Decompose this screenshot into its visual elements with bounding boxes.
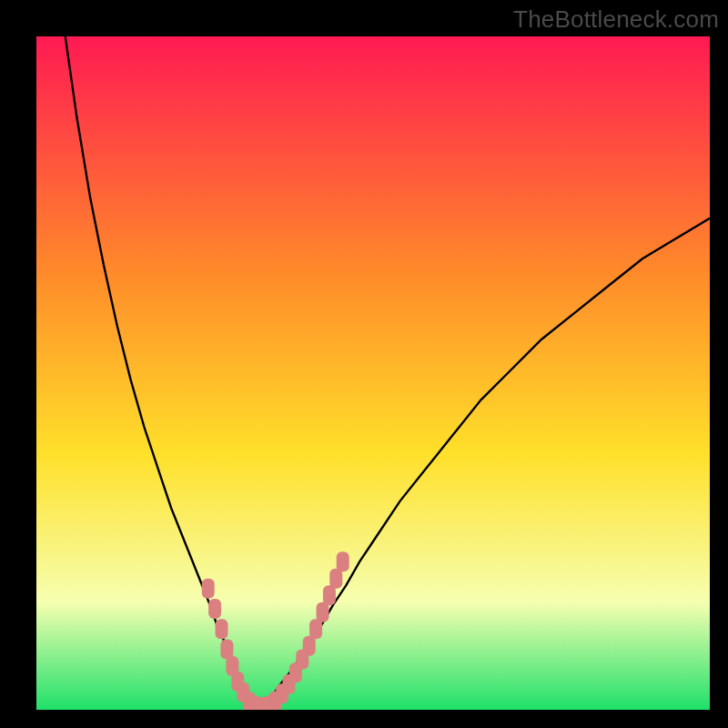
chart-frame: TheBottleneck.com bbox=[0, 0, 728, 728]
chart-canvas bbox=[36, 36, 710, 710]
gradient-background bbox=[36, 36, 710, 710]
watermark-text: TheBottleneck.com bbox=[513, 5, 719, 34]
data-marker bbox=[337, 551, 349, 571]
data-marker bbox=[216, 619, 228, 639]
data-marker bbox=[202, 579, 215, 599]
data-marker bbox=[208, 599, 221, 619]
plot-area bbox=[36, 36, 710, 710]
